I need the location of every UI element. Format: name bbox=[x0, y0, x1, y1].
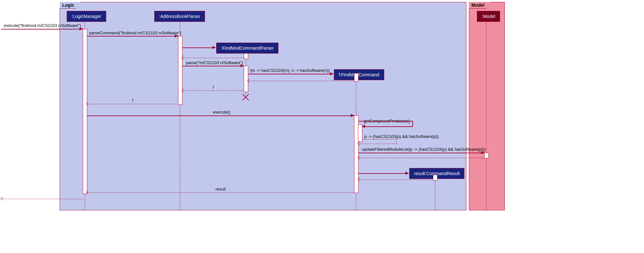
line-predicates-return bbox=[248, 81, 354, 81]
arrow-create-parser bbox=[212, 46, 216, 49]
line-getcomposed-h1 bbox=[358, 121, 413, 122]
arrow-execute1 bbox=[80, 27, 83, 30]
line-f2 bbox=[87, 104, 178, 104]
msg-f2: f bbox=[132, 98, 133, 103]
line-f1 bbox=[182, 90, 244, 91]
msg-result: result bbox=[216, 187, 226, 191]
line-execute2 bbox=[87, 115, 354, 116]
msg-execute2: execute() bbox=[213, 110, 230, 114]
participant-address-book-parser: :AddressBookParser bbox=[154, 11, 205, 22]
activation-address-book-parser bbox=[178, 36, 182, 105]
arrow-predicates bbox=[330, 72, 333, 75]
line-create-result-return bbox=[358, 180, 433, 180]
activation-find-mod-command-parser-2 bbox=[244, 66, 248, 92]
line-getcomposed-h2 bbox=[362, 126, 413, 127]
line-predicates bbox=[248, 74, 333, 74]
line-parse bbox=[182, 66, 244, 66]
msg-parsecommand: parseCommand("findmod m/CS2103 n/Softwar… bbox=[89, 30, 181, 35]
line-composed-h1 bbox=[362, 139, 397, 139]
msg-updatefiltered: updateFilteredModuleList(p -> (hasCS2103… bbox=[362, 147, 486, 152]
participant-logic-manager: :LogicManager bbox=[67, 11, 106, 22]
msg-parse: parse("m/CS2103 n/Software") bbox=[186, 60, 243, 65]
line-getcomposed-v bbox=[412, 121, 413, 127]
line-create-parser bbox=[182, 47, 216, 48]
arrow-getcomposed bbox=[362, 125, 365, 128]
arrow-updatefiltered bbox=[481, 151, 484, 154]
arrow-execute2 bbox=[351, 114, 354, 117]
activation-model bbox=[484, 153, 489, 158]
msg-composedresult: p -> (hasCS2103(p) && hasSoftware(p)) bbox=[364, 134, 439, 139]
activation-logic-manager bbox=[83, 29, 87, 194]
activation-find-mod-command-1 bbox=[354, 73, 359, 81]
participant-find-mod-command: f:FindModCommand bbox=[334, 69, 384, 80]
line-updatefiltered bbox=[358, 153, 484, 153]
msg-execute1: execute("findmod m/CS2103 n/Software") bbox=[4, 23, 81, 28]
logic-frame-label: Logic bbox=[60, 2, 81, 9]
line-updatefiltered-return bbox=[358, 158, 484, 158]
arrow-parse bbox=[241, 64, 244, 67]
line-composed-v bbox=[396, 139, 397, 144]
arrow-parsecommand bbox=[175, 34, 178, 38]
msg-predicates: {m -> hasCS2103(m), n -> hasSoftware(n)} bbox=[250, 68, 330, 73]
line-final-return bbox=[1, 199, 83, 199]
model-frame: Model bbox=[469, 2, 505, 210]
lifeline-command-result bbox=[435, 179, 435, 210]
msg-f1: f bbox=[213, 85, 214, 90]
line-execute1 bbox=[1, 29, 83, 30]
model-frame-label: Model bbox=[469, 2, 491, 9]
activation-find-mod-command-parser-1 bbox=[244, 53, 248, 59]
activation-command-result bbox=[433, 175, 437, 181]
line-create-result bbox=[358, 173, 409, 174]
lifeline-model bbox=[486, 22, 487, 210]
arrow-create-result bbox=[405, 172, 409, 175]
destroy-parser-icon bbox=[242, 93, 250, 101]
line-create-parser-return bbox=[182, 58, 244, 58]
line-composed-h2 bbox=[358, 144, 397, 144]
participant-find-mod-command-parser: :FindModCommandParser bbox=[216, 43, 278, 54]
line-parsecommand bbox=[87, 36, 178, 37]
arrow-final-return bbox=[1, 197, 5, 201]
participant-model: :Model bbox=[477, 11, 500, 22]
line-result bbox=[87, 192, 354, 193]
